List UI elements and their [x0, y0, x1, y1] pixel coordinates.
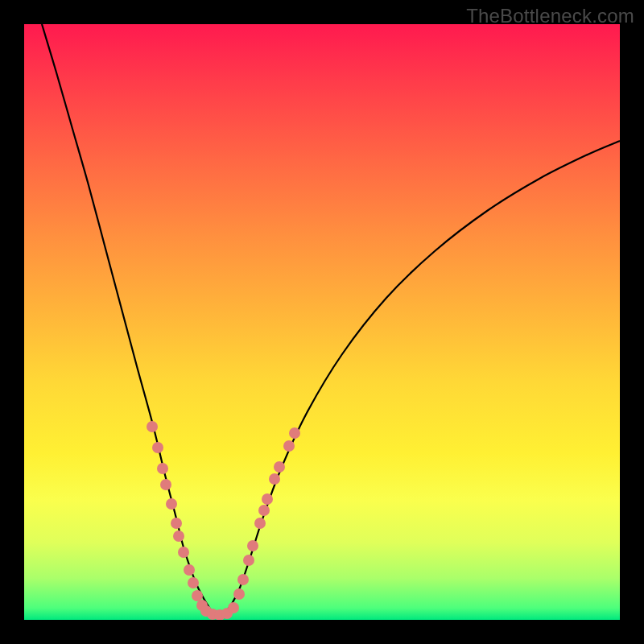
scatter-dot	[233, 588, 245, 600]
scatter-dot	[166, 498, 177, 510]
scatter-dot	[243, 555, 254, 566]
scatter-dot	[178, 547, 189, 558]
scatter-dot	[157, 463, 168, 474]
curve-right-branch	[225, 141, 620, 612]
scatter-dot	[237, 574, 249, 585]
scatter-dot	[192, 590, 203, 601]
scatter-dot	[283, 440, 295, 452]
scatter-dot	[274, 461, 285, 473]
scatter-points	[147, 421, 300, 620]
scatter-dot	[254, 518, 266, 529]
scatter-dot	[262, 493, 273, 505]
outer-frame: TheBottleneck.com	[0, 0, 644, 644]
scatter-dot	[258, 505, 270, 516]
chart-svg	[24, 24, 620, 620]
scatter-dot	[147, 421, 158, 432]
scatter-dot	[247, 540, 258, 551]
plot-area	[24, 24, 620, 620]
scatter-dot	[228, 602, 239, 613]
scatter-dot	[160, 479, 171, 490]
scatter-dot	[269, 473, 280, 485]
scatter-dot	[171, 518, 182, 529]
scatter-dot	[289, 427, 300, 439]
scatter-dot	[184, 564, 195, 576]
scatter-dot	[173, 530, 184, 542]
curve-left-branch	[42, 24, 211, 610]
scatter-dot	[152, 442, 163, 453]
scatter-dot	[188, 577, 199, 588]
